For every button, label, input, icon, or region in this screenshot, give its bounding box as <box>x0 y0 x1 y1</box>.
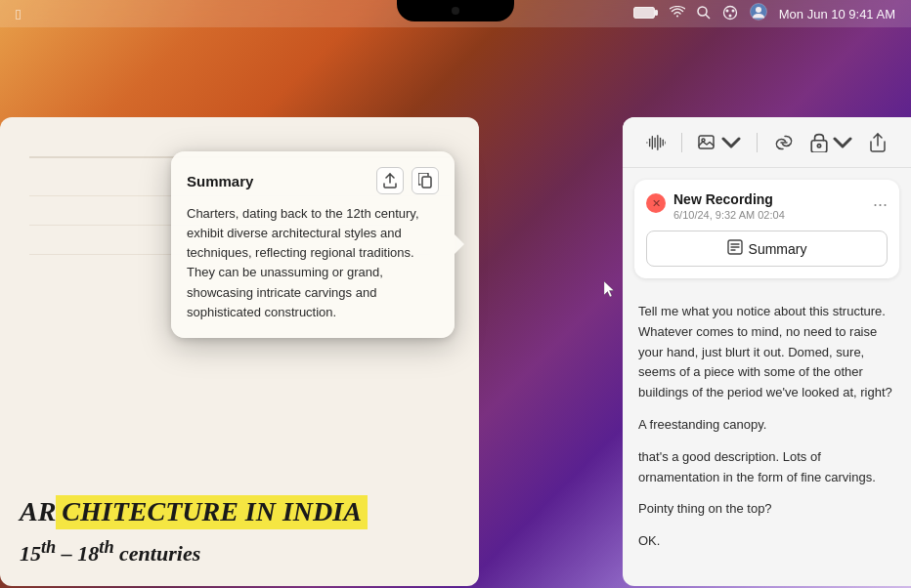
whiteboard-title-highlight: CHITECTURE IN INDIA <box>56 495 368 529</box>
transcript-paragraph-1: Tell me what you notice about this struc… <box>638 302 895 403</box>
svg-rect-22 <box>811 140 827 151</box>
panel-toolbar <box>623 117 911 168</box>
transcript-paragraph-2: A freestanding canopy. <box>638 415 895 436</box>
transcript-paragraph-5: OK. <box>638 531 895 552</box>
svg-point-5 <box>725 9 728 12</box>
recording-card-left: ✕ New Recording 6/10/24, 9:32 AM 02:04 <box>646 191 785 221</box>
lock-button[interactable] <box>809 133 852 152</box>
svg-rect-1 <box>655 10 658 15</box>
close-button[interactable]: ✕ <box>646 193 666 213</box>
svg-point-6 <box>731 9 734 12</box>
whiteboard-title-prefix: AR <box>20 496 56 526</box>
recording-info: New Recording 6/10/24, 9:32 AM 02:04 <box>673 191 785 221</box>
summary-button[interactable]: Summary <box>646 231 888 267</box>
control-center-icon[interactable] <box>722 5 738 23</box>
menubar-right: Mon Jun 10 9:41 AM <box>633 3 895 24</box>
transcript-paragraph-3: that's a good description. Lots of ornam… <box>638 447 895 488</box>
svg-rect-0 <box>633 7 654 18</box>
summary-popup-title: Summary <box>187 173 253 189</box>
svg-point-23 <box>817 144 820 147</box>
svg-point-4 <box>723 6 736 19</box>
summary-button-label: Summary <box>749 241 807 257</box>
whiteboard-subtitle: 15th – 18th centuries <box>20 537 459 567</box>
camera-dot <box>452 7 459 15</box>
menubar-left:  <box>16 6 28 22</box>
link-icon[interactable] <box>774 133 794 152</box>
svg-point-9 <box>756 7 761 13</box>
svg-rect-10 <box>422 177 431 188</box>
recording-title: New Recording <box>673 191 785 207</box>
summary-popup: Summary Charters, dating back to the 12t… <box>171 151 455 338</box>
camera-notch <box>397 0 514 21</box>
recording-menu-button[interactable]: ... <box>873 191 888 209</box>
media-button[interactable] <box>698 133 741 152</box>
svg-line-3 <box>706 15 710 19</box>
apple-menu[interactable]:  <box>16 6 21 22</box>
search-icon[interactable] <box>697 6 711 22</box>
wifi-icon <box>670 6 685 21</box>
transcript-content: Tell me what you notice about this struc… <box>623 290 911 586</box>
share-icon[interactable] <box>868 133 888 152</box>
svg-rect-19 <box>699 136 714 148</box>
summary-copy-button[interactable] <box>412 167 439 194</box>
battery-icon <box>633 7 658 21</box>
recording-meta: 6/10/24, 9:32 AM 02:04 <box>673 209 785 221</box>
summary-button-icon <box>727 239 743 258</box>
whiteboard-content: ARCHITECTURE IN INDIA 15th – 18th centur… <box>20 495 459 567</box>
transcript-paragraph-4: Pointy thing on the top? <box>638 499 895 520</box>
summary-popup-header: Summary <box>187 167 439 194</box>
summary-popup-actions <box>376 167 439 194</box>
user-icon[interactable] <box>750 3 767 24</box>
menubar-datetime: Mon Jun 10 9:41 AM <box>779 7 895 21</box>
recording-card: ✕ New Recording 6/10/24, 9:32 AM 02:04 .… <box>634 180 899 278</box>
svg-point-2 <box>698 7 707 16</box>
recording-card-header: ✕ New Recording 6/10/24, 9:32 AM 02:04 .… <box>646 191 888 221</box>
recording-panel: ✕ New Recording 6/10/24, 9:32 AM 02:04 .… <box>623 117 911 586</box>
waveform-icon[interactable] <box>646 133 666 152</box>
svg-point-7 <box>728 14 731 17</box>
summary-popup-body: Charters, dating back to the 12th centur… <box>187 204 439 322</box>
summary-share-button[interactable] <box>376 167 404 194</box>
